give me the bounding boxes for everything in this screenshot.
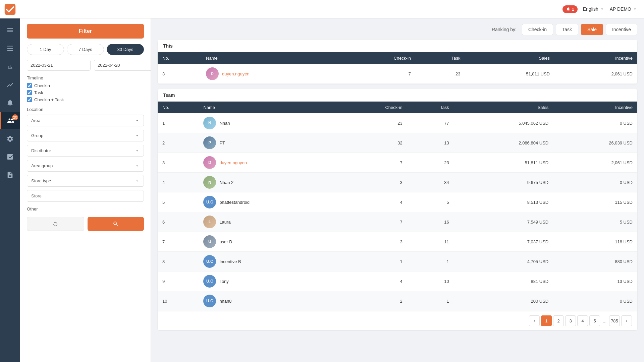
row-user: D duyen.nguyen bbox=[201, 64, 344, 84]
sidebar-item-bell[interactable] bbox=[0, 94, 20, 111]
day-btn-30[interactable]: 30 Days bbox=[107, 44, 144, 55]
store-input[interactable] bbox=[27, 190, 144, 202]
language-selector[interactable]: English bbox=[583, 6, 604, 12]
row-incentive: 13 USD bbox=[553, 272, 637, 291]
rank-btn-task[interactable]: Task bbox=[556, 24, 578, 35]
store-type-select[interactable]: Store type bbox=[27, 175, 144, 187]
sidebar-item-analytics[interactable] bbox=[0, 76, 20, 93]
group-select[interactable]: Group bbox=[27, 130, 144, 141]
avatar: U.C bbox=[203, 295, 216, 307]
filter-panel: Filter 1 Day 7 Days 30 Days 2022-03-21 2… bbox=[20, 18, 151, 362]
user-name: nhan8 bbox=[219, 299, 231, 304]
notification-count: 1 bbox=[572, 7, 574, 12]
row-task: 11 bbox=[407, 232, 454, 252]
search-icon bbox=[113, 221, 119, 227]
checkin-task-checkbox[interactable] bbox=[27, 97, 32, 102]
page-btn-last[interactable]: 785 bbox=[609, 315, 620, 326]
user-link[interactable]: duyen.nguyen bbox=[222, 71, 250, 76]
page-btn-3[interactable]: 3 bbox=[565, 315, 576, 326]
row-incentive: 26,039 USD bbox=[553, 133, 637, 153]
timeline-section: Timeline Checkin Task Checkin + Task bbox=[27, 75, 144, 102]
user-menu[interactable]: AP DEMO bbox=[610, 6, 637, 12]
sidebar-item-menu[interactable] bbox=[0, 22, 20, 39]
row-user: LLaura bbox=[199, 212, 339, 232]
col-checkin: Check-in bbox=[344, 52, 416, 64]
checkin-label: Checkin bbox=[34, 83, 50, 88]
next-page-button[interactable]: › bbox=[621, 315, 632, 326]
row-incentive: 880 USD bbox=[553, 252, 637, 272]
date-to-input[interactable]: 2022-04-20 bbox=[94, 60, 151, 71]
user-name: Incentive B bbox=[219, 259, 241, 264]
prev-page-button[interactable]: ‹ bbox=[529, 315, 540, 326]
row-incentive: 0 USD bbox=[553, 291, 637, 311]
rank-btn-incentive[interactable]: Incentive bbox=[606, 24, 637, 35]
filter-button[interactable]: Filter bbox=[27, 24, 144, 39]
row-user: U.Cphattestandroid bbox=[199, 192, 339, 212]
page-btn-2[interactable]: 2 bbox=[553, 315, 564, 326]
page-btn-5[interactable]: 5 bbox=[589, 315, 600, 326]
sidebar-item-chart[interactable] bbox=[0, 58, 20, 75]
rank-btn-checkin[interactable]: Check-in bbox=[522, 24, 553, 35]
area-group-select[interactable]: Area group bbox=[27, 160, 144, 172]
user-name: Nhan 2 bbox=[219, 180, 233, 185]
checkin-task-checkbox-row: Checkin + Task bbox=[27, 97, 144, 102]
task-checkbox[interactable] bbox=[27, 90, 32, 95]
sidebar: 20 bbox=[0, 0, 20, 362]
sidebar-item-reports[interactable] bbox=[0, 148, 20, 165]
sidebar-item-settings[interactable] bbox=[0, 130, 20, 147]
row-no: 10 bbox=[158, 291, 199, 311]
row-no: 2 bbox=[158, 133, 199, 153]
day-btn-1[interactable]: 1 Day bbox=[27, 44, 64, 55]
language-label: English bbox=[583, 6, 598, 12]
sidebar-item-list[interactable] bbox=[0, 40, 20, 57]
task-checkbox-row: Task bbox=[27, 90, 144, 95]
avatar: N bbox=[203, 117, 216, 129]
date-from-input[interactable]: 2022-03-21 bbox=[27, 60, 91, 71]
row-no: 8 bbox=[158, 252, 199, 272]
avatar: L bbox=[203, 216, 216, 228]
row-sales: 2,086,804 USD bbox=[454, 133, 553, 153]
row-sales: 7,037 USD bbox=[454, 232, 553, 252]
checkin-checkbox[interactable] bbox=[27, 83, 32, 88]
row-user: U.Cnhan8 bbox=[199, 291, 339, 311]
avatar: D bbox=[206, 67, 219, 80]
row-checkin: 1 bbox=[340, 252, 407, 272]
page-btn-4[interactable]: 4 bbox=[577, 315, 588, 326]
area-group-label: Area group bbox=[31, 163, 53, 168]
page-btn-1[interactable]: 1 bbox=[541, 315, 552, 326]
search-button[interactable] bbox=[88, 217, 144, 231]
day-btn-7[interactable]: 7 Days bbox=[67, 44, 104, 55]
distributor-label: Distributor bbox=[31, 148, 51, 153]
group-label: Group bbox=[31, 133, 43, 138]
row-sales: 8,513 USD bbox=[454, 192, 553, 212]
row-incentive: 115 USD bbox=[553, 192, 637, 212]
location-label: Location bbox=[27, 107, 144, 112]
user-link[interactable]: duyen.nguyen bbox=[219, 160, 247, 165]
table-row: 2 PPT 32 13 2,086,804 USD 26,039 USD bbox=[158, 133, 637, 153]
reset-button[interactable] bbox=[27, 217, 84, 231]
table-row: 5 U.Cphattestandroid 4 5 8,513 USD 115 U… bbox=[158, 192, 637, 212]
col-task: Task bbox=[416, 52, 465, 64]
row-no: 1 bbox=[158, 113, 199, 133]
row-checkin: 2 bbox=[340, 291, 407, 311]
store-type-label: Store type bbox=[31, 178, 51, 183]
row-user: Dduyen.nguyen bbox=[199, 153, 339, 173]
area-select[interactable]: Area bbox=[27, 115, 144, 126]
row-checkin: 23 bbox=[340, 113, 407, 133]
row-incentive: 118 USD bbox=[553, 232, 637, 252]
notification-button[interactable]: 1 bbox=[562, 5, 578, 13]
row-incentive: 2,061 USD bbox=[553, 153, 637, 173]
logo[interactable] bbox=[0, 0, 20, 18]
pagination: ‹ 1 2 3 4 5 ... 785 › bbox=[158, 311, 637, 330]
avatar: N bbox=[203, 176, 216, 189]
row-checkin: 7 bbox=[340, 153, 407, 173]
sidebar-item-docs[interactable] bbox=[0, 167, 20, 183]
rank-btn-sale[interactable]: Sale bbox=[581, 24, 603, 35]
sidebar-item-ranking[interactable]: 20 bbox=[0, 112, 20, 129]
area-label: Area bbox=[31, 118, 40, 123]
distributor-select[interactable]: Distributor bbox=[27, 145, 144, 157]
user-name: user B bbox=[219, 239, 232, 244]
avatar: U.C bbox=[203, 196, 216, 208]
task-label: Task bbox=[34, 90, 43, 95]
row-user: NNhan 2 bbox=[199, 173, 339, 192]
